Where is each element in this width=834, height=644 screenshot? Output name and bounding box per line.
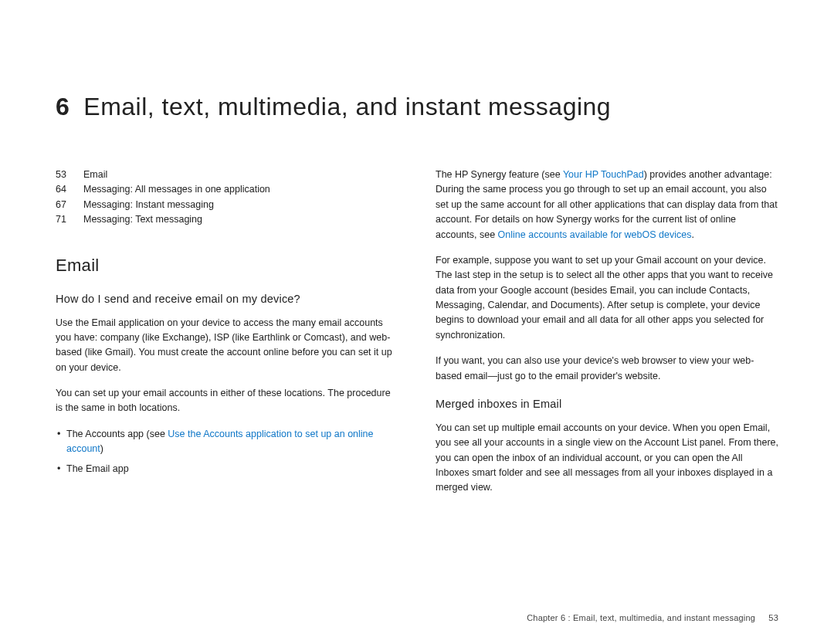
toc-label: Email bbox=[83, 168, 107, 182]
document-page: 6 Email, text, multimedia, and instant m… bbox=[0, 0, 834, 644]
toc-label: Messaging: Instant messaging bbox=[83, 198, 214, 212]
toc-entry: 64 Messaging: All messages in one applic… bbox=[56, 182, 398, 197]
toc-page: 67 bbox=[56, 198, 70, 212]
subsection-merged-inboxes: Merged inboxes in Email bbox=[436, 398, 778, 410]
toc-entry: 71 Messaging: Text messaging bbox=[56, 212, 398, 227]
page-footer: Chapter 6 : Email, text, multimedia, and… bbox=[527, 613, 778, 622]
list-item: The Accounts app (see Use the Accounts a… bbox=[56, 427, 398, 457]
bullet-text: The Email app bbox=[66, 463, 129, 474]
bullet-text-post: ) bbox=[100, 443, 103, 454]
paragraph: For example, suppose you want to set up … bbox=[436, 253, 778, 343]
left-column: 53 Email 64 Messaging: All messages in o… bbox=[56, 168, 398, 507]
footer-page-number: 53 bbox=[768, 613, 778, 622]
toc-page: 64 bbox=[56, 182, 70, 197]
two-column-layout: 53 Email 64 Messaging: All messages in o… bbox=[56, 168, 778, 507]
toc-page: 53 bbox=[56, 168, 70, 182]
bullet-text-pre: The Accounts app (see bbox=[66, 429, 168, 439]
link-your-hp-touchpad[interactable]: Your HP TouchPad bbox=[563, 169, 644, 180]
link-online-accounts-webos[interactable]: Online accounts available for webOS devi… bbox=[498, 229, 692, 240]
chapter-title: Email, text, multimedia, and instant mes… bbox=[83, 93, 611, 121]
paragraph: You can set up multiple email accounts o… bbox=[436, 421, 778, 496]
section-heading-email: Email bbox=[56, 256, 398, 276]
toc-label: Messaging: All messages in one applicati… bbox=[83, 182, 270, 197]
paragraph: Use the Email application on your device… bbox=[56, 316, 398, 376]
toc-entry: 67 Messaging: Instant messaging bbox=[56, 198, 398, 212]
list-item: The Email app bbox=[56, 462, 398, 476]
subsection-how-do-i-send: How do I send and receive email on my de… bbox=[56, 293, 398, 305]
text-run: The HP Synergy feature (see bbox=[436, 169, 563, 180]
mini-toc: 53 Email 64 Messaging: All messages in o… bbox=[56, 168, 398, 228]
text-run: . bbox=[691, 229, 693, 240]
toc-page: 71 bbox=[56, 212, 70, 227]
chapter-number: 6 bbox=[56, 93, 70, 121]
right-column: The HP Synergy feature (see Your HP Touc… bbox=[436, 168, 778, 507]
paragraph: You can set up your email accounts in ei… bbox=[56, 386, 398, 416]
footer-text: Chapter 6 : Email, text, multimedia, and… bbox=[527, 613, 755, 622]
toc-label: Messaging: Text messaging bbox=[83, 212, 202, 227]
chapter-heading: 6 Email, text, multimedia, and instant m… bbox=[56, 93, 778, 121]
paragraph: If you want, you can also use your devic… bbox=[436, 354, 778, 384]
paragraph: The HP Synergy feature (see Your HP Touc… bbox=[436, 168, 778, 242]
toc-entry: 53 Email bbox=[56, 168, 398, 182]
